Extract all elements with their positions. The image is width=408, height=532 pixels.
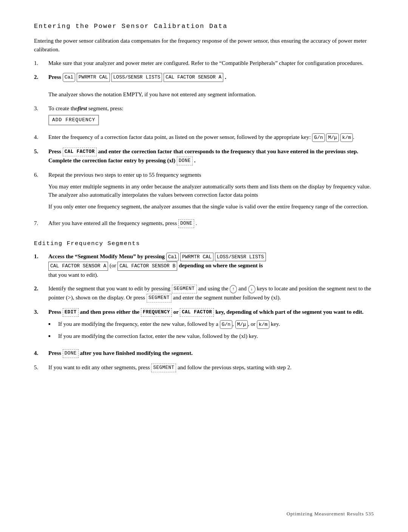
s2-step-3-and-text: and then press either the <box>80 309 141 315</box>
step-5: 5. Press CAL FACTOR and enter the correc… <box>34 147 374 165</box>
step-1-num: 1. <box>34 59 48 68</box>
step-2-press-text: Press <box>48 74 63 80</box>
down-arrow-key: ↓ <box>248 285 255 293</box>
section2-title: Editing Frequency Segments <box>34 240 374 247</box>
s2-or-text: (or <box>110 262 117 268</box>
step-6: 6. Repeat the previous two steps to ente… <box>34 171 374 214</box>
step-5-end-period: . <box>193 157 196 163</box>
done-key-s2: DONE <box>63 349 79 358</box>
step-2-num: 2. <box>34 73 48 99</box>
s2-step-5-num: 5. <box>34 363 48 372</box>
step-7: 7. After you have entered all the freque… <box>34 219 374 228</box>
step-6-content: Repeat the previous two steps to enter u… <box>48 171 374 214</box>
mu-key: M/μ <box>326 133 338 142</box>
step-6-para2: If you only enter one frequency segment,… <box>48 202 374 211</box>
step-4-num: 4. <box>34 133 48 142</box>
s2-step-3-bullets: ■ If you are modifying the frequency, en… <box>48 320 374 341</box>
s2-loss-sensr-lists-key: LOSS/SENSR LISTS <box>215 253 266 262</box>
s2-bullet-2: ■ If you are modifying the correction fa… <box>48 332 374 341</box>
s2-step-3-content: Press EDIT and then press either the FRE… <box>48 308 374 344</box>
segment-key1: SEGMENT <box>172 285 197 293</box>
step-5-num: 5. <box>34 147 48 165</box>
step-1: 1. Make sure that your analyzer and powe… <box>34 59 374 68</box>
step-2-content: Press Cal PWRMTR CAL LOSS/SENSR LISTS CA… <box>48 73 374 99</box>
s2-cal-key: Cal <box>166 253 179 262</box>
step-4: 4. Enter the frequency of a correction f… <box>34 133 374 142</box>
intro-paragraph: Entering the power sensor calibration da… <box>34 37 374 54</box>
s2-step-1-content: Access the “Segment Modify Menu” by pres… <box>48 252 374 279</box>
section2-steps-list: 1. Access the “Segment Modify Menu” by p… <box>34 252 374 372</box>
up-arrow-key: ↑ <box>230 285 237 293</box>
step-5-content: Press CAL FACTOR and enter the correctio… <box>48 147 374 165</box>
cal-factor-key: CAL FACTOR <box>63 148 97 156</box>
s2-step-1-access-text: Access the “Segment Modify Menu” by pres… <box>48 253 166 259</box>
s2-step-3-num: 3. <box>34 308 48 344</box>
step-2-sub: The analyzer shows the notation EMPTY, i… <box>48 91 256 97</box>
segment-key3: SEGMENT <box>151 364 176 372</box>
s2-step-2: 2. Identify the segment that you want to… <box>34 284 374 302</box>
gn-key: G/n <box>312 133 325 142</box>
step-5-press: Press <box>48 148 63 154</box>
cal-factor-sensor-a-key: CAL FACTOR SENSOR A <box>164 73 223 82</box>
s2-step-3-press: Press <box>48 309 63 315</box>
step-2: 2. Press Cal PWRMTR CAL LOSS/SENSR LISTS… <box>34 73 374 99</box>
s2-step-4-press: Press <box>48 350 63 356</box>
step-7-num: 7. <box>34 219 48 228</box>
edit-key: EDIT <box>63 308 79 317</box>
s2-pwrmtr-cal-key: PWRMTR CAL <box>180 253 213 262</box>
step-2-period: . <box>225 74 226 80</box>
s2-step-3-or-text: or <box>173 309 180 315</box>
step-4-content: Enter the frequency of a correction fact… <box>48 133 374 142</box>
step-3-content: To create thefirst segment, press: ADD F… <box>48 104 374 128</box>
km-key2: k/m <box>257 320 269 329</box>
gn-key2: G/n <box>220 320 232 329</box>
s2-that-text: that you want to edit). <box>48 272 98 278</box>
s2-step-1: 1. Access the “Segment Modify Menu” by p… <box>34 252 374 279</box>
s2-step-3-rest: key, depending of which part of the segm… <box>215 309 363 315</box>
s2-step-4: 4. Press DONE after you have finished mo… <box>34 349 374 358</box>
s2-step-3: 3. Press EDIT and then press either the … <box>34 308 374 344</box>
bullet-icon-2: ■ <box>48 332 55 341</box>
s2-step-2-num: 2. <box>34 284 48 302</box>
bullet-icon-1: ■ <box>48 320 55 329</box>
s2-depending-text: depending on where the segment is <box>179 262 263 268</box>
pwrmtr-cal-key: PWRMTR CAL <box>77 73 110 82</box>
s2-bullet-1-text: If you are modifying the frequency, ente… <box>58 320 280 329</box>
s2-step-5: 5. If you want to edit any other segment… <box>34 363 374 372</box>
s2-step-4-num: 4. <box>34 349 48 358</box>
step-6-num: 6. <box>34 171 48 214</box>
step-6-main: Repeat the previous two steps to enter u… <box>48 171 374 179</box>
s2-cal-factor-sensor-b-key: CAL FACTOR SENSOR B <box>117 262 177 271</box>
s2-cal-factor-sensor-a-key: CAL FACTOR SENSOR A <box>48 262 108 271</box>
mu-key2: M/μ <box>235 320 248 329</box>
first-word: first <box>77 105 87 111</box>
s2-step-4-content: Press DONE after you have finished modif… <box>48 349 374 358</box>
step-3: 3. To create thefirst segment, press: AD… <box>34 104 374 128</box>
done-key-step7: DONE <box>178 219 194 228</box>
s2-bullet-1: ■ If you are modifying the frequency, en… <box>48 320 374 329</box>
step-6-para1: You may enter multiple segments in any o… <box>48 182 374 199</box>
s2-step-1-num: 1. <box>34 252 48 279</box>
cal-factor-key2: CAL FACTOR <box>180 308 214 317</box>
footer: Optimizing Measurement Results 535 <box>286 511 374 517</box>
cal-key: Cal <box>63 73 75 82</box>
s2-bullet-2-text: If you are modifying the correction fact… <box>58 332 258 341</box>
main-steps-list: 1. Make sure that your analyzer and powe… <box>34 59 374 228</box>
km-key: k/m <box>340 133 353 142</box>
page-title: Entering the Power Sensor Calibration Da… <box>34 23 374 30</box>
frequency-key: FREQUENCY <box>141 308 172 317</box>
s2-step-4-rest: after you have finished modifying the se… <box>80 350 192 356</box>
s2-step-5-content: If you want to edit any other segments, … <box>48 363 374 372</box>
loss-sensr-lists-key: LOSS/SENSR LISTS <box>111 73 162 82</box>
step-7-content: After you have entered all the frequency… <box>48 219 374 228</box>
step-1-content: Make sure that your analyzer and power m… <box>48 59 374 68</box>
done-key-step5: DONE <box>177 157 193 165</box>
segment-key2: SEGMENT <box>147 294 172 302</box>
step-3-num: 3. <box>34 104 48 128</box>
s2-step-2-content: Identify the segment that you want to ed… <box>48 284 374 302</box>
add-frequency-key: ADD FREQUENCY <box>48 115 99 125</box>
